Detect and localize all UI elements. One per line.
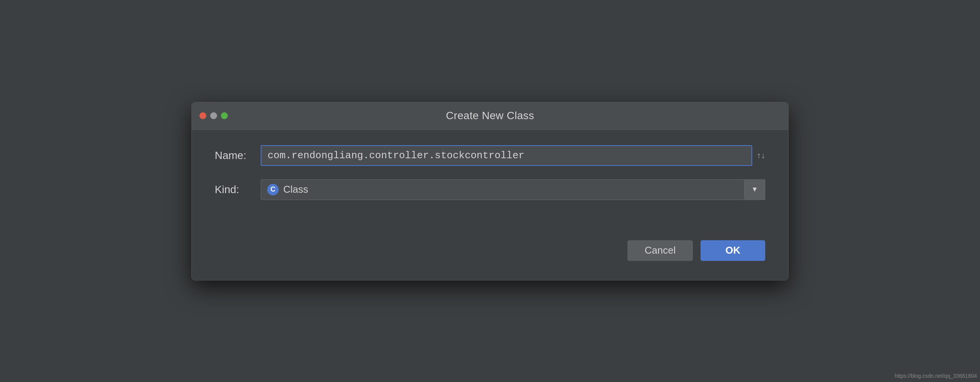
maximize-button[interactable] <box>221 112 228 119</box>
kind-dropdown-arrow[interactable]: ▼ <box>745 179 765 200</box>
kind-label: Kind: <box>215 184 261 196</box>
create-class-dialog: Create New Class Name: ↑↓ Kind: C Class <box>191 102 789 280</box>
minimize-button[interactable] <box>210 112 217 119</box>
dialog-title: Create New Class <box>446 110 534 122</box>
window-controls <box>199 112 228 119</box>
dialog-body: Name: ↑↓ Kind: C Class ▼ <box>192 130 788 233</box>
kind-class-icon: C <box>267 184 279 195</box>
cancel-button[interactable]: Cancel <box>627 240 693 261</box>
dialog-footer: Cancel OK <box>192 233 788 280</box>
name-input-wrapper: ↑↓ <box>261 145 765 166</box>
name-label: Name: <box>215 149 261 162</box>
close-button[interactable] <box>199 112 206 119</box>
ok-button[interactable]: OK <box>701 240 765 261</box>
kind-select-wrapper: C Class ▼ <box>261 179 765 200</box>
kind-value-text: Class <box>283 184 308 195</box>
titlebar: Create New Class <box>192 102 788 130</box>
kind-display[interactable]: C Class <box>261 179 745 200</box>
name-row: Name: ↑↓ <box>215 145 765 166</box>
sort-icon[interactable]: ↑↓ <box>757 151 765 161</box>
chevron-down-icon: ▼ <box>751 185 758 193</box>
name-input[interactable] <box>261 145 752 166</box>
watermark: https://blog.csdn.net/qq_33661804 <box>895 373 977 379</box>
kind-row: Kind: C Class ▼ <box>215 179 765 200</box>
